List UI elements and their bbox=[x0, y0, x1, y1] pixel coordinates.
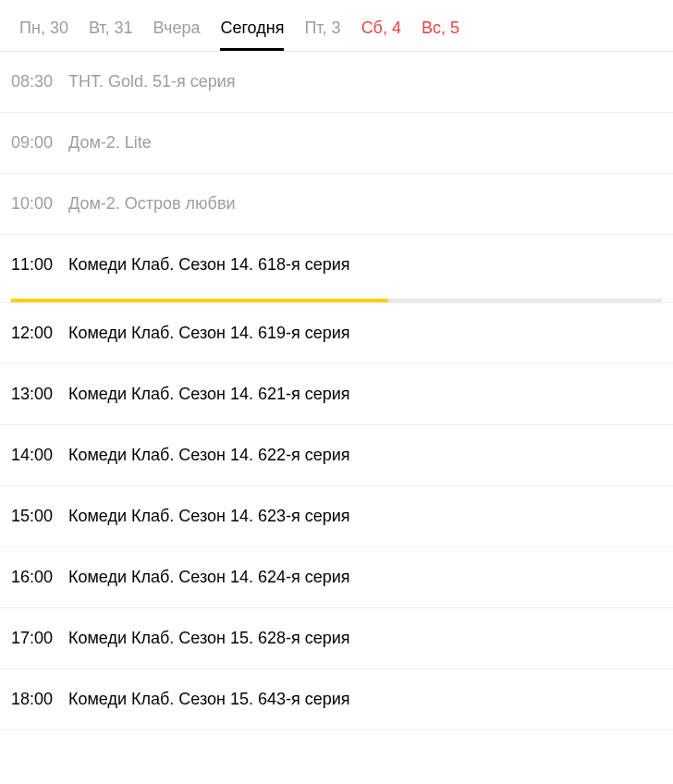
schedule-item-current[interactable]: 11:00 Комеди Клаб. Сезон 14. 618-я серия bbox=[0, 235, 673, 303]
program-title: Комеди Клаб. Сезон 15. 628-я серия bbox=[68, 629, 350, 648]
tab-sun-5[interactable]: Вс, 5 bbox=[411, 11, 470, 51]
progress-bar bbox=[11, 299, 388, 302]
program-time: 08:30 bbox=[11, 72, 63, 92]
schedule-item[interactable]: 09:00 Дом-2. Lite bbox=[0, 113, 673, 174]
schedule-item[interactable]: 14:00 Комеди Клаб. Сезон 14. 622-я серия bbox=[0, 425, 673, 486]
program-title: Комеди Клаб. Сезон 14. 621-я серия bbox=[68, 385, 350, 404]
tab-today[interactable]: Сегодня bbox=[210, 11, 294, 51]
tab-tue-31[interactable]: Вт, 31 bbox=[79, 11, 143, 51]
program-time: 14:00 bbox=[11, 446, 63, 465]
schedule-item[interactable]: 08:30 ТНТ. Gold. 51-я серия bbox=[0, 52, 673, 113]
program-time: 16:00 bbox=[11, 568, 63, 587]
progress-track bbox=[11, 299, 662, 302]
program-title: ТНТ. Gold. 51-я серия bbox=[68, 72, 236, 92]
schedule-item[interactable]: 18:00 Комеди Клаб. Сезон 15. 643-я серия bbox=[0, 669, 673, 730]
schedule-item[interactable]: 10:00 Дом-2. Остров любви bbox=[0, 174, 673, 235]
schedule-item[interactable]: 12:00 Комеди Клаб. Сезон 14. 619-я серия bbox=[0, 303, 673, 364]
program-time: 15:00 bbox=[11, 507, 63, 526]
program-title: Комеди Клаб. Сезон 15. 643-я серия bbox=[68, 690, 350, 709]
program-time: 18:00 bbox=[11, 690, 63, 709]
program-time: 10:00 bbox=[11, 194, 63, 214]
schedule-item[interactable]: 13:00 Комеди Клаб. Сезон 14. 621-я серия bbox=[0, 364, 673, 425]
program-time: 09:00 bbox=[11, 133, 63, 153]
program-time: 13:00 bbox=[11, 385, 63, 404]
program-time: 11:00 bbox=[11, 255, 63, 275]
date-tabs: Пн, 30 Вт, 31 Вчера Сегодня Пт, 3 Сб, 4 … bbox=[0, 0, 673, 52]
tab-yesterday[interactable]: Вчера bbox=[143, 11, 211, 51]
program-title: Комеди Клаб. Сезон 14. 618-я серия bbox=[68, 255, 350, 275]
tab-sat-4[interactable]: Сб, 4 bbox=[351, 11, 411, 51]
program-title: Дом-2. Остров любви bbox=[68, 194, 236, 214]
program-title: Комеди Клаб. Сезон 14. 619-я серия bbox=[68, 324, 350, 343]
program-title: Дом-2. Lite bbox=[68, 133, 152, 153]
program-time: 12:00 bbox=[11, 324, 63, 343]
schedule-list: 08:30 ТНТ. Gold. 51-я серия 09:00 Дом-2.… bbox=[0, 52, 673, 730]
tab-fri-3[interactable]: Пт, 3 bbox=[294, 11, 350, 51]
schedule-item[interactable]: 17:00 Комеди Клаб. Сезон 15. 628-я серия bbox=[0, 608, 673, 669]
schedule-item[interactable]: 16:00 Комеди Клаб. Сезон 14. 624-я серия bbox=[0, 547, 673, 608]
schedule-item[interactable]: 15:00 Комеди Клаб. Сезон 14. 623-я серия bbox=[0, 486, 673, 547]
program-title: Комеди Клаб. Сезон 14. 624-я серия bbox=[68, 568, 350, 587]
program-time: 17:00 bbox=[11, 629, 63, 648]
program-title: Комеди Клаб. Сезон 14. 622-я серия bbox=[68, 446, 350, 465]
program-title: Комеди Клаб. Сезон 14. 623-я серия bbox=[68, 507, 350, 526]
tab-mon-30[interactable]: Пн, 30 bbox=[9, 11, 79, 51]
